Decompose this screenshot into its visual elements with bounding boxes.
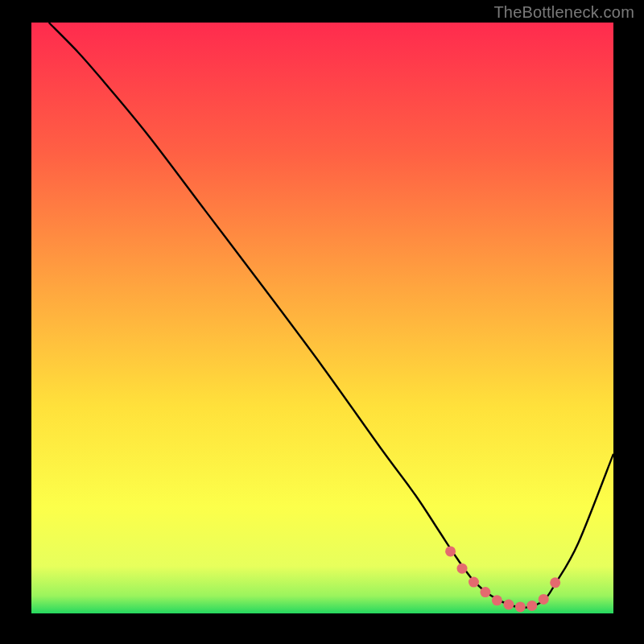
optimal-marker [503, 599, 514, 609]
optimal-marker [526, 601, 537, 611]
optimal-marker [492, 595, 502, 605]
optimal-marker [515, 601, 526, 612]
optimal-marker [469, 577, 479, 588]
optimal-marker [539, 594, 549, 605]
optimal-marker [457, 564, 468, 574]
chart-container: TheBottleneck.com [0, 0, 644, 644]
optimal-marker [445, 546, 456, 556]
plot-area [31, 23, 613, 613]
optimal-marker [480, 587, 490, 597]
optimal-marker [550, 577, 560, 588]
chart-svg [31, 23, 613, 613]
gradient-background [31, 23, 613, 613]
watermark-text: TheBottleneck.com [493, 3, 634, 22]
